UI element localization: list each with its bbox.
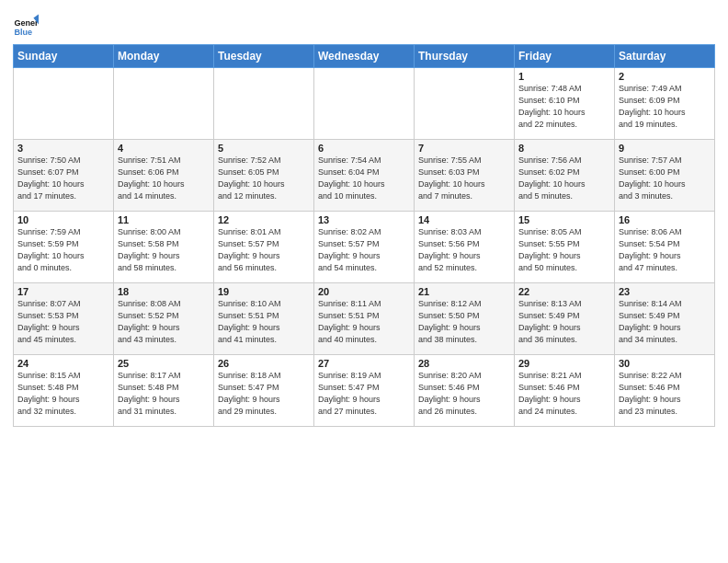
day-number: 27 — [318, 358, 410, 369]
calendar-cell: 28Sunrise: 8:20 AM Sunset: 5:46 PM Dayli… — [415, 355, 515, 427]
day-number: 12 — [218, 214, 310, 225]
day-info: Sunrise: 8:13 AM Sunset: 5:49 PM Dayligh… — [518, 298, 610, 346]
day-number: 23 — [619, 286, 711, 297]
day-number: 6 — [318, 143, 410, 154]
calendar-cell: 14Sunrise: 8:03 AM Sunset: 5:56 PM Dayli… — [415, 212, 515, 283]
day-number: 16 — [619, 214, 711, 225]
calendar-cell: 24Sunrise: 8:15 AM Sunset: 5:48 PM Dayli… — [14, 355, 114, 427]
calendar-cell: 23Sunrise: 8:14 AM Sunset: 5:49 PM Dayli… — [615, 283, 715, 355]
day-info: Sunrise: 8:08 AM Sunset: 5:52 PM Dayligh… — [118, 298, 210, 346]
day-number: 5 — [218, 143, 310, 154]
week-row-3: 10Sunrise: 7:59 AM Sunset: 5:59 PM Dayli… — [14, 212, 715, 283]
calendar-cell: 2Sunrise: 7:49 AM Sunset: 6:09 PM Daylig… — [615, 68, 715, 140]
day-number: 20 — [318, 286, 410, 297]
calendar-cell: 7Sunrise: 7:55 AM Sunset: 6:03 PM Daylig… — [415, 140, 515, 212]
day-info: Sunrise: 7:57 AM Sunset: 6:00 PM Dayligh… — [619, 155, 711, 202]
day-number: 1 — [518, 71, 610, 82]
page: General Blue SundayMondayTuesdayWednesda… — [0, 0, 728, 563]
calendar-cell: 11Sunrise: 8:00 AM Sunset: 5:58 PM Dayli… — [114, 212, 214, 283]
logo-icon: General Blue — [13, 13, 39, 39]
calendar-table: SundayMondayTuesdayWednesdayThursdayFrid… — [13, 44, 715, 427]
day-number: 18 — [118, 286, 210, 297]
day-info: Sunrise: 8:03 AM Sunset: 5:56 PM Dayligh… — [418, 226, 510, 274]
calendar-cell: 17Sunrise: 8:07 AM Sunset: 5:53 PM Dayli… — [14, 283, 114, 355]
calendar-cell: 4Sunrise: 7:51 AM Sunset: 6:06 PM Daylig… — [114, 140, 214, 212]
calendar-cell — [14, 68, 114, 140]
calendar-cell: 26Sunrise: 8:18 AM Sunset: 5:47 PM Dayli… — [214, 355, 314, 427]
calendar-cell: 20Sunrise: 8:11 AM Sunset: 5:51 PM Dayli… — [314, 283, 415, 355]
day-info: Sunrise: 8:11 AM Sunset: 5:51 PM Dayligh… — [318, 298, 410, 346]
day-info: Sunrise: 8:17 AM Sunset: 5:48 PM Dayligh… — [118, 370, 210, 418]
calendar-cell: 10Sunrise: 7:59 AM Sunset: 5:59 PM Dayli… — [14, 212, 114, 283]
day-number: 29 — [518, 358, 610, 369]
calendar-cell: 21Sunrise: 8:12 AM Sunset: 5:50 PM Dayli… — [415, 283, 515, 355]
calendar-cell: 13Sunrise: 8:02 AM Sunset: 5:57 PM Dayli… — [314, 212, 415, 283]
weekday-header-thursday: Thursday — [415, 45, 515, 68]
calendar-cell — [114, 68, 214, 140]
day-number: 4 — [118, 143, 210, 154]
day-number: 13 — [318, 214, 410, 225]
day-info: Sunrise: 7:55 AM Sunset: 6:03 PM Dayligh… — [418, 155, 510, 202]
weekday-header-tuesday: Tuesday — [214, 45, 314, 68]
day-number: 3 — [17, 143, 109, 154]
calendar-cell: 6Sunrise: 7:54 AM Sunset: 6:04 PM Daylig… — [314, 140, 415, 212]
day-info: Sunrise: 8:22 AM Sunset: 5:46 PM Dayligh… — [619, 370, 711, 418]
week-row-4: 17Sunrise: 8:07 AM Sunset: 5:53 PM Dayli… — [14, 283, 715, 355]
day-info: Sunrise: 7:49 AM Sunset: 6:09 PM Dayligh… — [619, 83, 711, 131]
day-number: 25 — [118, 358, 210, 369]
header: General Blue — [13, 9, 715, 39]
day-number: 10 — [17, 214, 109, 225]
calendar-cell — [214, 68, 314, 140]
day-info: Sunrise: 7:54 AM Sunset: 6:04 PM Dayligh… — [318, 155, 410, 202]
calendar-cell — [415, 68, 515, 140]
day-info: Sunrise: 7:52 AM Sunset: 6:05 PM Dayligh… — [218, 155, 310, 202]
day-number: 8 — [518, 143, 610, 154]
day-info: Sunrise: 8:00 AM Sunset: 5:58 PM Dayligh… — [118, 226, 210, 274]
day-info: Sunrise: 8:01 AM Sunset: 5:57 PM Dayligh… — [218, 226, 310, 274]
calendar-cell: 30Sunrise: 8:22 AM Sunset: 5:46 PM Dayli… — [615, 355, 715, 427]
day-info: Sunrise: 8:19 AM Sunset: 5:47 PM Dayligh… — [318, 370, 410, 418]
calendar-cell — [314, 68, 415, 140]
calendar-cell: 25Sunrise: 8:17 AM Sunset: 5:48 PM Dayli… — [114, 355, 214, 427]
svg-text:Blue: Blue — [14, 28, 32, 37]
weekday-header-wednesday: Wednesday — [314, 45, 415, 68]
day-info: Sunrise: 8:10 AM Sunset: 5:51 PM Dayligh… — [218, 298, 310, 346]
day-number: 9 — [619, 143, 711, 154]
day-info: Sunrise: 8:05 AM Sunset: 5:55 PM Dayligh… — [518, 226, 610, 274]
day-number: 30 — [619, 358, 711, 369]
calendar-cell: 3Sunrise: 7:50 AM Sunset: 6:07 PM Daylig… — [14, 140, 114, 212]
week-row-1: 1Sunrise: 7:48 AM Sunset: 6:10 PM Daylig… — [14, 68, 715, 140]
day-info: Sunrise: 8:15 AM Sunset: 5:48 PM Dayligh… — [17, 370, 109, 418]
week-row-2: 3Sunrise: 7:50 AM Sunset: 6:07 PM Daylig… — [14, 140, 715, 212]
day-number: 11 — [118, 214, 210, 225]
calendar-cell: 19Sunrise: 8:10 AM Sunset: 5:51 PM Dayli… — [214, 283, 314, 355]
day-number: 24 — [17, 358, 109, 369]
day-number: 14 — [418, 214, 510, 225]
weekday-header-row: SundayMondayTuesdayWednesdayThursdayFrid… — [14, 45, 715, 68]
day-number: 7 — [418, 143, 510, 154]
day-info: Sunrise: 8:07 AM Sunset: 5:53 PM Dayligh… — [17, 298, 109, 346]
calendar-cell: 12Sunrise: 8:01 AM Sunset: 5:57 PM Dayli… — [214, 212, 314, 283]
day-number: 26 — [218, 358, 310, 369]
day-info: Sunrise: 8:20 AM Sunset: 5:46 PM Dayligh… — [418, 370, 510, 418]
calendar-cell: 18Sunrise: 8:08 AM Sunset: 5:52 PM Dayli… — [114, 283, 214, 355]
day-info: Sunrise: 7:50 AM Sunset: 6:07 PM Dayligh… — [17, 155, 109, 202]
day-number: 17 — [17, 286, 109, 297]
weekday-header-saturday: Saturday — [615, 45, 715, 68]
calendar-cell: 15Sunrise: 8:05 AM Sunset: 5:55 PM Dayli… — [515, 212, 615, 283]
day-info: Sunrise: 7:56 AM Sunset: 6:02 PM Dayligh… — [518, 155, 610, 202]
calendar-cell: 9Sunrise: 7:57 AM Sunset: 6:00 PM Daylig… — [615, 140, 715, 212]
day-info: Sunrise: 7:48 AM Sunset: 6:10 PM Dayligh… — [518, 83, 610, 131]
week-row-5: 24Sunrise: 8:15 AM Sunset: 5:48 PM Dayli… — [14, 355, 715, 427]
day-info: Sunrise: 8:18 AM Sunset: 5:47 PM Dayligh… — [218, 370, 310, 418]
calendar-cell: 22Sunrise: 8:13 AM Sunset: 5:49 PM Dayli… — [515, 283, 615, 355]
weekday-header-monday: Monday — [114, 45, 214, 68]
day-number: 2 — [619, 71, 711, 82]
day-number: 22 — [518, 286, 610, 297]
logo: General Blue — [13, 13, 42, 39]
weekday-header-sunday: Sunday — [14, 45, 114, 68]
day-info: Sunrise: 8:02 AM Sunset: 5:57 PM Dayligh… — [318, 226, 410, 274]
calendar-cell: 16Sunrise: 8:06 AM Sunset: 5:54 PM Dayli… — [615, 212, 715, 283]
calendar-cell: 27Sunrise: 8:19 AM Sunset: 5:47 PM Dayli… — [314, 355, 415, 427]
day-number: 28 — [418, 358, 510, 369]
